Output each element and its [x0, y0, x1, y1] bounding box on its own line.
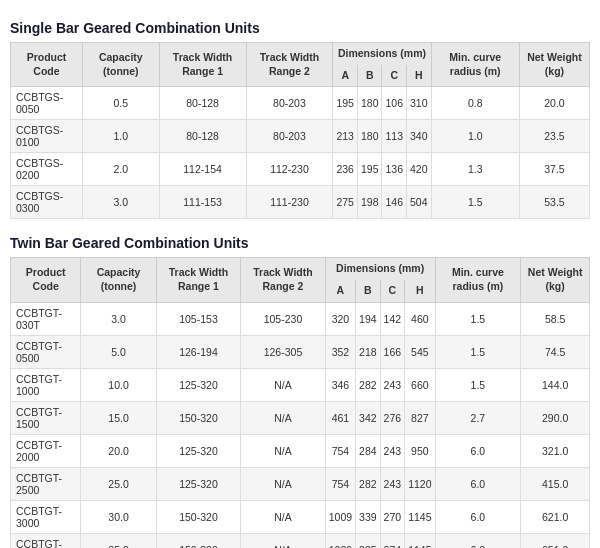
- cell-b: 282: [356, 467, 381, 500]
- cell-min-curve: 1.5: [431, 186, 519, 219]
- cell-capacity: 3.0: [82, 186, 159, 219]
- cell-c: 106: [382, 87, 407, 120]
- cell-c: 274: [380, 533, 405, 548]
- cell-h: 545: [405, 335, 435, 368]
- cell-weight: 621.0: [521, 500, 590, 533]
- cell-h: 504: [407, 186, 432, 219]
- table-row: CCBTGS-0300 3.0 111-153 111-230 275 198 …: [11, 186, 590, 219]
- cell-a: 320: [325, 302, 355, 335]
- cell-a: 275: [333, 186, 358, 219]
- cell-weight: 651.0: [521, 533, 590, 548]
- cell-weight: 23.5: [519, 120, 589, 153]
- cell-b: 284: [356, 434, 381, 467]
- col-product-code: Product Code: [11, 43, 83, 87]
- cell-tw1: 125-320: [156, 467, 241, 500]
- col-dimensions: Dimensions (mm): [333, 43, 431, 65]
- table-row: CCBTGT-0500 5.0 126-194 126-305 352 218 …: [11, 335, 590, 368]
- cell-code: CCBTGS-0300: [11, 186, 83, 219]
- cell-a: 195: [333, 87, 358, 120]
- cell-capacity: 1.0: [82, 120, 159, 153]
- cell-capacity: 35.0: [81, 533, 156, 548]
- col-dim-c: C: [382, 65, 407, 87]
- cell-tw1: 150-320: [156, 533, 241, 548]
- col-tw1: Track Width Range 1: [156, 258, 241, 302]
- col-dimensions: Dimensions (mm): [325, 258, 435, 280]
- cell-b: 198: [357, 186, 382, 219]
- cell-tw2: 126-305: [241, 335, 326, 368]
- cell-tw2: N/A: [241, 368, 326, 401]
- cell-h: 950: [405, 434, 435, 467]
- cell-tw2: 111-230: [246, 186, 333, 219]
- cell-min-curve: 0.8: [431, 87, 519, 120]
- cell-tw1: 125-320: [156, 434, 241, 467]
- col-min-curve: Min. curve radius (m): [431, 43, 519, 87]
- cell-code: CCBTGT-3000: [11, 500, 81, 533]
- cell-code: CCBTGT-1000: [11, 368, 81, 401]
- cell-tw2: 112-230: [246, 153, 333, 186]
- cell-a: 461: [325, 401, 355, 434]
- cell-b: 180: [357, 120, 382, 153]
- single-bar-section: Single Bar Geared Combination Units Prod…: [10, 20, 590, 219]
- cell-a: 754: [325, 434, 355, 467]
- cell-tw2: 80-203: [246, 87, 333, 120]
- table-row: CCBTGT-1000 10.0 125-320 N/A 346 282 243…: [11, 368, 590, 401]
- cell-weight: 37.5: [519, 153, 589, 186]
- cell-c: 270: [380, 500, 405, 533]
- cell-tw2: 105-230: [241, 302, 326, 335]
- cell-weight: 53.5: [519, 186, 589, 219]
- cell-tw2: N/A: [241, 500, 326, 533]
- cell-b: 335: [356, 533, 381, 548]
- cell-code: CCBTGS-0100: [11, 120, 83, 153]
- cell-b: 282: [356, 368, 381, 401]
- cell-code: CCBTGT-1500: [11, 401, 81, 434]
- cell-c: 243: [380, 467, 405, 500]
- cell-weight: 321.0: [521, 434, 590, 467]
- cell-h: 827: [405, 401, 435, 434]
- cell-min-curve: 6.0: [435, 467, 521, 500]
- cell-capacity: 20.0: [81, 434, 156, 467]
- col-min-curve: Min. curve radius (m): [435, 258, 521, 302]
- cell-h: 460: [405, 302, 435, 335]
- table-row: CCBTGT-3500 35.0 150-320 N/A 1009 335 27…: [11, 533, 590, 548]
- cell-c: 146: [382, 186, 407, 219]
- col-dim-c: C: [380, 280, 405, 302]
- table-row: CCBTGT-2500 25.0 125-320 N/A 754 282 243…: [11, 467, 590, 500]
- cell-capacity: 30.0: [81, 500, 156, 533]
- cell-capacity: 15.0: [81, 401, 156, 434]
- cell-code: CCBTGT-0500: [11, 335, 81, 368]
- cell-tw1: 150-320: [156, 401, 241, 434]
- col-dim-b: B: [357, 65, 382, 87]
- cell-min-curve: 1.3: [431, 153, 519, 186]
- col-net-weight: Net Weight (kg): [519, 43, 589, 87]
- cell-a: 346: [325, 368, 355, 401]
- twin-bar-table: Product Code Capacity (tonne) Track Widt…: [10, 257, 590, 548]
- cell-min-curve: 2.7: [435, 401, 521, 434]
- twin-bar-section: Twin Bar Geared Combination Units Produc…: [10, 235, 590, 548]
- cell-weight: 58.5: [521, 302, 590, 335]
- cell-code: CCBTGT-3500: [11, 533, 81, 548]
- cell-code: CCBTGT-2500: [11, 467, 81, 500]
- cell-b: 195: [357, 153, 382, 186]
- cell-tw1: 126-194: [156, 335, 241, 368]
- cell-h: 310: [407, 87, 432, 120]
- cell-c: 243: [380, 368, 405, 401]
- cell-min-curve: 6.0: [435, 533, 521, 548]
- cell-code: CCBTGS-0050: [11, 87, 83, 120]
- cell-b: 218: [356, 335, 381, 368]
- cell-tw1: 80-128: [159, 120, 246, 153]
- cell-code: CCBTGT-030T: [11, 302, 81, 335]
- cell-h: 1145: [405, 500, 435, 533]
- col-product-code: Product Code: [11, 258, 81, 302]
- cell-tw1: 105-153: [156, 302, 241, 335]
- cell-tw1: 111-153: [159, 186, 246, 219]
- cell-c: 243: [380, 434, 405, 467]
- cell-c: 113: [382, 120, 407, 153]
- cell-weight: 415.0: [521, 467, 590, 500]
- cell-capacity: 25.0: [81, 467, 156, 500]
- cell-h: 420: [407, 153, 432, 186]
- table-row: CCBTGS-0200 2.0 112-154 112-230 236 195 …: [11, 153, 590, 186]
- cell-capacity: 0.5: [82, 87, 159, 120]
- cell-code: CCBTGT-2000: [11, 434, 81, 467]
- cell-min-curve: 6.0: [435, 500, 521, 533]
- cell-a: 1009: [325, 533, 355, 548]
